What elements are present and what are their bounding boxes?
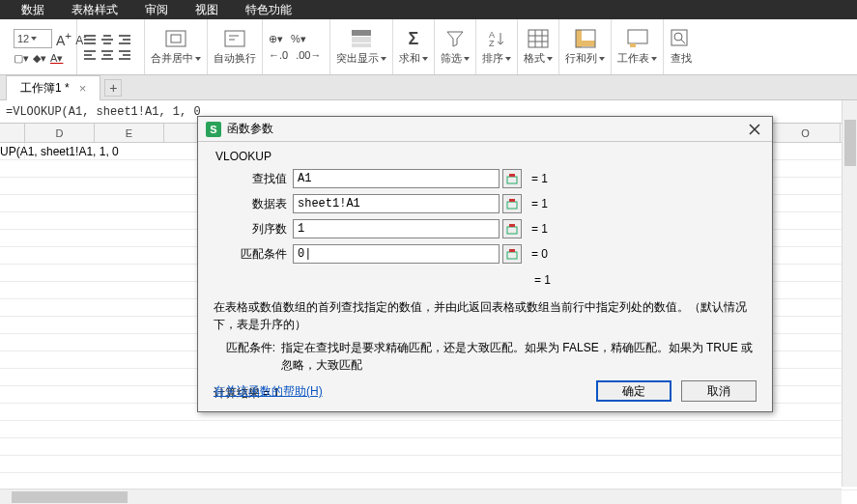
menu-view[interactable]: 视图 xyxy=(195,2,218,18)
menu-data[interactable]: 数据 xyxy=(21,2,44,18)
wrap-text-icon[interactable] xyxy=(223,28,246,49)
param-input-lookup[interactable] xyxy=(293,169,500,188)
merge-cells-icon[interactable] xyxy=(164,28,187,49)
font-size-input[interactable]: 12 xyxy=(14,29,52,48)
param-input-col[interactable] xyxy=(293,219,500,238)
highlight-label: 突出显示 xyxy=(336,51,386,66)
help-link[interactable]: 有关该函数的帮助(H) xyxy=(214,383,323,400)
sort-label: 排序 xyxy=(482,51,511,66)
sheet-tab-bar: 工作簿1 * × + xyxy=(0,75,857,100)
svg-rect-1 xyxy=(84,39,96,41)
svg-rect-40 xyxy=(507,252,517,259)
borders-icon[interactable]: ▢▾ xyxy=(14,52,29,65)
highlight-icon[interactable] xyxy=(350,28,373,49)
increase-font-icon[interactable]: A+ xyxy=(56,29,71,48)
svg-rect-31 xyxy=(630,43,636,47)
function-arguments-dialog: S 函数参数 VLOOKUP 查找值 = 1 数据表 = 1 列序数 = 1 匹… xyxy=(197,116,773,412)
worksheet-icon[interactable] xyxy=(626,28,649,49)
horizontal-scrollbar[interactable] xyxy=(0,489,842,504)
align-bottom-row[interactable] xyxy=(83,49,131,61)
svg-rect-34 xyxy=(507,177,517,183)
cell-a1[interactable]: UP(A1, sheet1!A1, 1, 0 xyxy=(0,143,25,159)
dialog-close-button[interactable] xyxy=(745,121,764,138)
find-label: 查找 xyxy=(671,51,692,66)
svg-rect-18 xyxy=(166,31,186,46)
close-tab-icon[interactable]: × xyxy=(79,81,87,96)
cancel-button[interactable]: 取消 xyxy=(681,380,757,402)
decimal-icons[interactable]: ←.0.00→ xyxy=(269,49,321,61)
svg-rect-7 xyxy=(123,39,130,41)
param-result-table: = 1 xyxy=(531,197,548,210)
wrap-label: 自动换行 xyxy=(214,51,256,66)
fill-color-icon[interactable]: ◆▾ xyxy=(33,52,46,65)
svg-rect-3 xyxy=(103,35,111,37)
param-label-match: 匹配条件 xyxy=(214,246,293,263)
col-hdr-e[interactable]: E xyxy=(95,124,164,142)
sheet-tab-label: 工作簿1 * xyxy=(20,80,70,97)
param-label-lookup: 查找值 xyxy=(214,171,293,187)
svg-rect-20 xyxy=(225,31,244,46)
filter-icon[interactable] xyxy=(443,28,467,49)
filter-label: 筛选 xyxy=(441,51,470,66)
mid-result: = 1 xyxy=(214,273,757,287)
menu-bar: 数据 表格样式 审阅 视图 特色功能 xyxy=(0,0,857,19)
svg-rect-12 xyxy=(101,50,113,52)
ref-button-match[interactable] xyxy=(502,244,522,264)
menu-features[interactable]: 特色功能 xyxy=(245,2,292,18)
merge-label: 合并居中 xyxy=(151,51,201,66)
sheet-tab-1[interactable]: 工作簿1 * × xyxy=(6,75,100,100)
svg-rect-41 xyxy=(509,249,515,252)
col-hdr-d[interactable]: D xyxy=(25,124,95,142)
svg-rect-10 xyxy=(84,54,92,56)
svg-rect-11 xyxy=(84,58,96,60)
param-description: 匹配条件: 指定在查找时是要求精确匹配，还是大致匹配。如果为 FALSE，精确匹… xyxy=(214,339,757,374)
param-result-lookup: = 1 xyxy=(531,172,548,185)
sum-label: 求和 xyxy=(399,51,428,66)
font-color-icon[interactable]: A▾ xyxy=(50,52,63,65)
worksheet-label: 工作表 xyxy=(617,51,657,66)
rowcol-label: 行和列 xyxy=(565,51,605,66)
svg-rect-0 xyxy=(84,35,96,37)
ref-button-table[interactable] xyxy=(502,194,522,213)
number-format-icon[interactable]: ⊕▾%▾ xyxy=(269,33,306,45)
svg-rect-2 xyxy=(84,42,96,44)
svg-rect-16 xyxy=(123,54,130,56)
vertical-scrollbar[interactable] xyxy=(842,100,857,487)
svg-rect-19 xyxy=(171,35,181,42)
format-icon[interactable] xyxy=(527,28,550,49)
dialog-titlebar[interactable]: S 函数参数 xyxy=(198,117,772,142)
svg-rect-28 xyxy=(576,30,582,47)
col-hdr-corner[interactable] xyxy=(0,124,25,142)
svg-point-33 xyxy=(674,33,682,41)
add-sheet-tab[interactable]: + xyxy=(104,79,122,97)
menu-table-style[interactable]: 表格样式 xyxy=(71,2,118,18)
align-top-row[interactable] xyxy=(83,34,131,45)
sum-icon[interactable]: Σ xyxy=(402,28,425,49)
find-icon[interactable] xyxy=(670,28,693,49)
svg-rect-35 xyxy=(509,174,515,177)
svg-rect-4 xyxy=(101,39,113,41)
svg-rect-14 xyxy=(101,58,113,60)
col-hdr-o[interactable]: O xyxy=(771,124,841,142)
svg-rect-30 xyxy=(628,30,647,43)
function-description: 在表格或数值数组的首列查找指定的数值，并由此返回表格或数组当前行中指定列处的数值… xyxy=(214,298,757,333)
svg-rect-39 xyxy=(509,224,515,227)
svg-rect-23 xyxy=(352,43,371,47)
menu-review[interactable]: 审阅 xyxy=(145,2,168,18)
ribbon: 12 A+ A- ▢▾ ◆▾ A▾ 合并居中 自动换行 ⊕▾%▾ xyxy=(0,19,857,75)
sort-icon[interactable]: AZ xyxy=(485,28,508,49)
svg-rect-36 xyxy=(507,202,517,209)
dialog-title: 函数参数 xyxy=(227,121,273,137)
rowcol-icon[interactable] xyxy=(574,28,597,49)
ref-button-lookup[interactable] xyxy=(502,169,522,188)
svg-rect-22 xyxy=(352,37,371,42)
param-result-col: = 1 xyxy=(531,222,548,236)
svg-rect-5 xyxy=(103,42,111,44)
param-input-table[interactable] xyxy=(293,194,500,213)
svg-text:Z: Z xyxy=(489,39,495,48)
ok-button[interactable]: 确定 xyxy=(596,380,671,402)
ref-button-col[interactable] xyxy=(502,219,522,238)
svg-rect-8 xyxy=(119,42,130,44)
svg-rect-26 xyxy=(528,30,548,47)
param-input-match[interactable] xyxy=(293,244,500,264)
